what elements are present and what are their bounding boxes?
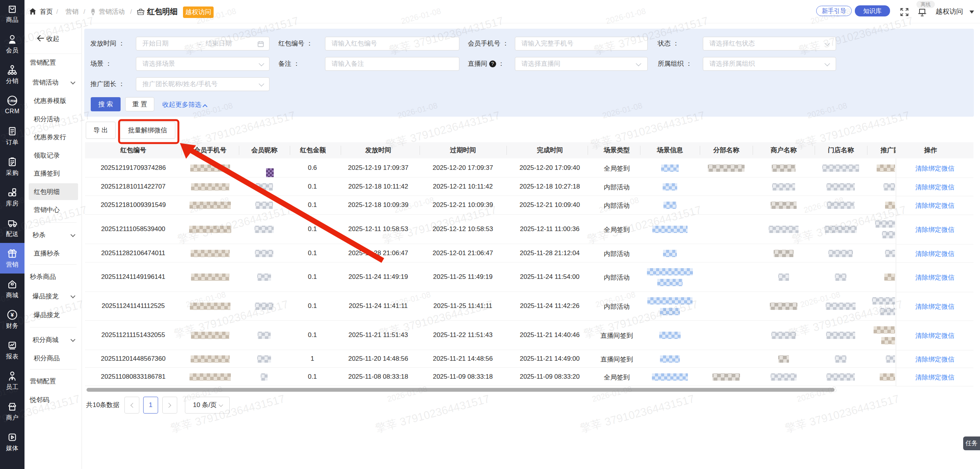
svg-text:CRM: CRM <box>8 99 16 103</box>
svg-text:¥: ¥ <box>11 311 14 318</box>
